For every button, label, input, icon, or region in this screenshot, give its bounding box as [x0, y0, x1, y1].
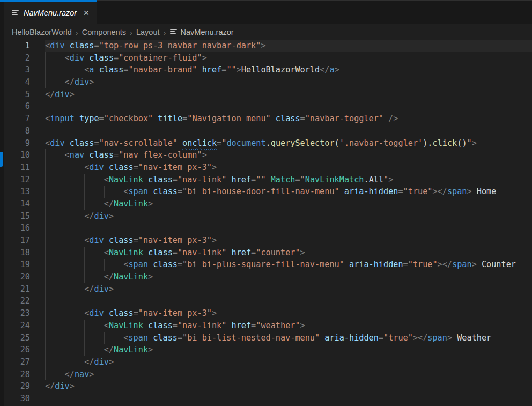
indent-guide: [45, 52, 46, 64]
code-text: </div>: [45, 76, 94, 88]
code-line[interactable]: 26 </NavLink>: [4, 344, 532, 356]
code-line[interactable]: 7<input type="checkbox" title="Navigatio…: [4, 113, 532, 125]
indent-guide: [45, 271, 46, 283]
line-number: 23: [4, 307, 30, 320]
line-number: 9: [4, 137, 30, 150]
code-text: <input type="checkbox" title="Navigation…: [45, 113, 398, 125]
indent-guide: [65, 210, 65, 223]
indent-guide: [65, 247, 65, 259]
code-line[interactable]: 1<div class="top-row ps-3 navbar navbar-…: [4, 40, 532, 52]
code-line[interactable]: 23 <div class="nav-item px-3">: [4, 307, 532, 320]
indent-guide: [65, 356, 65, 368]
indent-guide: [65, 271, 65, 283]
line-number: 27: [4, 356, 30, 368]
indent-guide: [84, 332, 85, 344]
tab-navmenu-razor[interactable]: NavMenu.razor ×: [4, 1, 97, 25]
code-text: </div>: [45, 88, 75, 101]
line-number: 12: [4, 174, 30, 186]
code-text: </NavLink>: [45, 271, 153, 283]
code-line[interactable]: 29</div>: [4, 380, 532, 393]
code-line[interactable]: 10 <nav class="nav flex-column">: [4, 149, 532, 161]
indent-guide: [45, 149, 46, 161]
code-line[interactable]: 25 <span class="bi bi-list-nested-nav-me…: [4, 332, 532, 344]
chevron-right-icon: ›: [76, 28, 78, 37]
indent-guide: [45, 283, 46, 296]
code-text: <a class="navbar-brand" href="">HelloBla…: [45, 64, 339, 76]
code-line[interactable]: 21 </div>: [4, 283, 532, 296]
line-number: 28: [4, 368, 30, 381]
indent-guide: [45, 210, 46, 223]
code-line[interactable]: 19 <span class="bi bi-plus-square-fill-n…: [4, 259, 532, 271]
code-line[interactable]: 11 <div class="nav-item px-3">: [4, 161, 532, 174]
code-text: </div>: [45, 380, 75, 393]
code-line[interactable]: 17 <div class="nav-item px-3">: [4, 234, 532, 247]
code-text: </div>: [45, 283, 114, 296]
code-line[interactable]: 13 <span class="bi bi-house-door-fill-na…: [4, 186, 532, 198]
indent-guide: [45, 234, 46, 247]
vscode-window: NavMenu.razor × HelloBlazorWorld›Compone…: [0, 0, 532, 406]
razor-file-icon: [12, 9, 19, 17]
code-editor[interactable]: 1<div class="top-row ps-3 navbar navbar-…: [4, 40, 532, 406]
line-number: 25: [4, 332, 30, 344]
breadcrumb-item-helloblazorworld[interactable]: HelloBlazorWorld: [12, 28, 72, 36]
code-line[interactable]: 9<div class="nav-scrollable" onclick="do…: [4, 137, 532, 150]
indent-guide: [65, 307, 65, 320]
line-number: 21: [4, 283, 30, 296]
indent-guide: [84, 247, 85, 259]
code-line[interactable]: 5</div>: [4, 88, 532, 101]
code-line[interactable]: 15 </div>: [4, 210, 532, 223]
code-line[interactable]: 12 <NavLink class="nav-link" href="" Mat…: [4, 174, 532, 186]
code-line[interactable]: 6: [4, 100, 532, 113]
line-number: 3: [4, 64, 30, 76]
code-line[interactable]: 2 <div class="container-fluid">: [4, 52, 532, 64]
breadcrumb-item-navmenu-razor[interactable]: NavMenu.razor: [170, 28, 234, 36]
indent-guide: [84, 198, 85, 210]
code-line[interactable]: 16: [4, 222, 532, 234]
indent-guide: [65, 320, 65, 332]
code-line[interactable]: 22: [4, 295, 532, 307]
indent-guide: [45, 198, 46, 210]
code-line[interactable]: 27 </div>: [4, 356, 532, 368]
code-line[interactable]: 30: [4, 393, 532, 405]
chevron-right-icon: ›: [164, 28, 166, 37]
code-line[interactable]: 8: [4, 125, 532, 137]
code-text: <nav class="nav flex-column">: [45, 149, 207, 161]
code-text: </nav>: [45, 368, 94, 381]
tab-bar: NavMenu.razor ×: [4, 0, 532, 24]
indent-guide: [84, 320, 85, 332]
code-text: <div class="nav-item px-3">: [45, 234, 217, 247]
indent-guide: [45, 344, 46, 356]
line-number: 10: [4, 149, 30, 161]
line-number: 2: [4, 52, 30, 64]
indent-guide: [65, 344, 65, 356]
line-number: 13: [4, 186, 30, 198]
indent-guide: [65, 332, 65, 344]
line-number: 14: [4, 198, 30, 210]
code-line[interactable]: 18 <NavLink class="nav-link" href="count…: [4, 247, 532, 259]
razor-file-icon: [170, 28, 178, 36]
code-line[interactable]: 4 </div>: [4, 76, 532, 88]
code-line[interactable]: 20 </NavLink>: [4, 271, 532, 283]
indent-guide: [65, 174, 65, 186]
code-line[interactable]: 24 <NavLink class="nav-link" href="weath…: [4, 320, 532, 332]
code-line[interactable]: 3 <a class="navbar-brand" href="">HelloB…: [4, 64, 532, 76]
close-icon[interactable]: ×: [82, 8, 90, 18]
indent-guide: [65, 64, 65, 76]
line-number: 16: [4, 222, 30, 234]
indent-guide: [45, 356, 46, 368]
tab-title: NavMenu.razor: [24, 9, 77, 17]
active-tab-accent: [0, 0, 97, 2]
code-text: </NavLink>: [45, 198, 153, 210]
indent-guide: [45, 259, 46, 271]
indent-guide: [65, 186, 65, 198]
code-line[interactable]: 28 </nav>: [4, 368, 532, 381]
line-number: 30: [4, 393, 30, 405]
indent-guide: [65, 222, 65, 234]
indent-guide: [45, 332, 46, 344]
code-line[interactable]: 14 </NavLink>: [4, 198, 532, 210]
breadcrumb-item-layout[interactable]: Layout: [136, 28, 160, 36]
line-number: 11: [4, 161, 30, 174]
breadcrumb-item-components[interactable]: Components: [82, 28, 126, 36]
indent-guide: [45, 295, 46, 307]
indent-guide: [45, 307, 46, 320]
